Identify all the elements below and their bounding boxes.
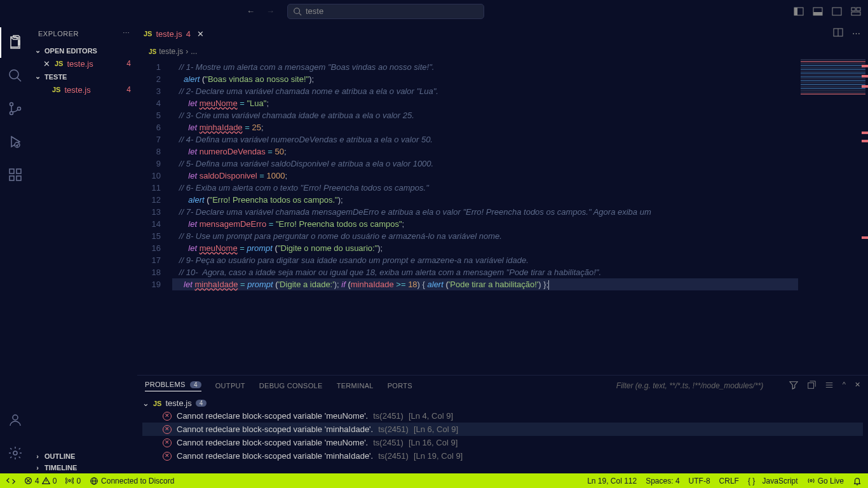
code-line[interactable]: let mensagemDeErro = "Erro! Preencha tod… bbox=[172, 218, 868, 230]
editor-tab[interactable]: JS teste.js 4 ✕ bbox=[137, 22, 210, 44]
activity-account-icon[interactable] bbox=[0, 405, 31, 435]
panel-tab-output[interactable]: OUTPUT bbox=[215, 382, 245, 390]
code-line[interactable]: // 8- Use um prompt para perguntar o nom… bbox=[172, 230, 868, 242]
code-line[interactable]: // 1- Mostre um alerta com a mensagem "B… bbox=[172, 61, 868, 73]
status-remote-icon[interactable] bbox=[6, 477, 15, 485]
split-editor-icon[interactable] bbox=[833, 27, 843, 39]
tab-error-count: 4 bbox=[186, 29, 191, 39]
view-as-list-icon[interactable] bbox=[825, 381, 834, 391]
layout-panel-icon[interactable] bbox=[811, 4, 825, 18]
code-line[interactable]: let meuNome = "Lua"; bbox=[172, 97, 868, 109]
code-line[interactable]: alert ("Boas vindas ao nosso site!"); bbox=[172, 73, 868, 85]
code-line[interactable]: // 2- Declare uma variável chamada nome … bbox=[172, 85, 868, 97]
folder-file-item[interactable]: JS teste.js 4 bbox=[31, 83, 137, 97]
status-ports[interactable]: 0 bbox=[65, 477, 81, 485]
open-editors-section[interactable]: ⌄ OPEN EDITORS bbox=[31, 44, 137, 57]
error-icon: ✕ bbox=[163, 438, 172, 447]
code-line[interactable]: // 10- Agora, caso a idade seja maior ou… bbox=[172, 266, 868, 278]
status-notifications-icon[interactable] bbox=[853, 477, 862, 485]
problem-item[interactable]: ✕ Cannot redeclare block-scoped variable… bbox=[142, 436, 863, 449]
code-line[interactable]: // 5- Defina uma variável saldoDisponive… bbox=[172, 158, 868, 170]
status-eol[interactable]: CRLF bbox=[719, 477, 739, 485]
svg-point-10 bbox=[10, 70, 18, 79]
filter-icon[interactable] bbox=[789, 381, 798, 391]
activity-search-icon[interactable] bbox=[0, 60, 31, 91]
command-search-input[interactable]: teste bbox=[287, 4, 484, 19]
status-encoding[interactable]: UTF-8 bbox=[689, 477, 710, 485]
js-file-icon: JS bbox=[149, 48, 156, 55]
breadcrumb[interactable]: JS teste.js › ... bbox=[137, 44, 868, 58]
status-go-live[interactable]: Go Live bbox=[807, 477, 844, 485]
layout-sidebar-right-icon[interactable] bbox=[830, 4, 844, 18]
breadcrumb-sep: › bbox=[186, 47, 188, 56]
line-gutter: 12345678910111213141516171819 bbox=[137, 58, 172, 375]
status-language[interactable]: { } JavaScript bbox=[748, 477, 798, 485]
activity-explorer-icon[interactable] bbox=[0, 27, 31, 58]
layout-customize-icon[interactable] bbox=[849, 4, 863, 18]
activity-settings-icon[interactable] bbox=[0, 438, 31, 468]
code-line[interactable]: let numeroDeVendas = 50; bbox=[172, 146, 868, 158]
problem-item[interactable]: ✕ Cannot redeclare block-scoped variable… bbox=[142, 423, 863, 436]
folder-section[interactable]: ⌄ TESTE bbox=[31, 71, 137, 83]
status-indentation[interactable]: Spaces: 4 bbox=[646, 477, 679, 485]
svg-rect-3 bbox=[794, 8, 797, 15]
panel-tab-problems[interactable]: PROBLEMS 4 bbox=[145, 381, 201, 391]
js-file-icon: JS bbox=[153, 400, 161, 407]
code-line[interactable]: let minhaIdade = 25; bbox=[172, 121, 868, 133]
timeline-section[interactable]: › TIMELINE bbox=[31, 462, 137, 473]
file-name: teste.js bbox=[67, 59, 93, 69]
status-cursor-position[interactable]: Ln 19, Col 112 bbox=[587, 477, 637, 485]
bottom-panel: PROBLEMS 4 OUTPUT DEBUG CONSOLE TERMINAL… bbox=[137, 375, 868, 473]
close-icon[interactable]: ✕ bbox=[42, 59, 51, 69]
minimap[interactable] bbox=[798, 58, 868, 375]
error-badge: 4 bbox=[126, 59, 131, 68]
code-line[interactable]: // 3- Crie uma variável chamada idade e … bbox=[172, 109, 868, 121]
code-line[interactable]: let minhaIdade = prompt ('Digite a idade… bbox=[172, 278, 868, 290]
code-line[interactable]: let saldoDisponivel = 1000; bbox=[172, 170, 868, 182]
open-editor-item[interactable]: ✕ JS teste.js 4 bbox=[31, 57, 137, 71]
panel-tab-terminal[interactable]: TERMINAL bbox=[337, 382, 374, 390]
outline-section[interactable]: › OUTLINE bbox=[31, 451, 137, 462]
activity-source-control-icon[interactable] bbox=[0, 93, 31, 124]
problem-item[interactable]: ✕ Cannot redeclare block-scoped variable… bbox=[142, 449, 863, 463]
code-line[interactable]: // 4- Defina uma variável numeroDeVendas… bbox=[172, 133, 868, 146]
collapse-all-icon[interactable] bbox=[807, 381, 816, 391]
activity-run-icon[interactable] bbox=[0, 126, 31, 157]
problem-file-name: teste.js bbox=[165, 398, 191, 408]
code-line[interactable]: let meuNome = prompt ("Digite o nome do … bbox=[172, 242, 868, 254]
problem-file-group[interactable]: ⌄ JS teste.js 4 bbox=[142, 397, 863, 409]
svg-point-12 bbox=[10, 103, 13, 106]
panel-tab-debug[interactable]: DEBUG CONSOLE bbox=[259, 382, 323, 390]
panel-tab-ports[interactable]: PORTS bbox=[388, 382, 412, 390]
error-icon: ✕ bbox=[163, 452, 172, 461]
problems-filter-input[interactable]: Filter (e.g. text, **/*.ts, !**/node_mod… bbox=[616, 381, 769, 390]
layout-sidebar-left-icon[interactable] bbox=[792, 4, 806, 18]
code-editor[interactable]: 12345678910111213141516171819 // 1- Most… bbox=[137, 58, 868, 375]
svg-rect-18 bbox=[10, 176, 14, 180]
explorer-more-icon[interactable]: ⋯ bbox=[123, 29, 130, 37]
status-errors[interactable]: 4 0 bbox=[24, 477, 57, 485]
status-discord[interactable]: Connected to Discord bbox=[90, 477, 174, 485]
close-icon[interactable]: ✕ bbox=[197, 29, 204, 39]
code-line[interactable]: // 9- Peça ao usuário para digitar sua i… bbox=[172, 254, 868, 266]
problem-message: Cannot redeclare block-scoped variable '… bbox=[177, 411, 368, 421]
editor-area: JS teste.js 4 ✕ ⋯ JS teste.js › ... 1234… bbox=[137, 22, 868, 473]
code-content[interactable]: // 1- Mostre um alerta com a mensagem "B… bbox=[172, 58, 868, 375]
nav-back-icon[interactable]: ← bbox=[247, 6, 255, 16]
problem-item[interactable]: ✕ Cannot redeclare block-scoped variable… bbox=[142, 409, 863, 423]
problem-message: Cannot redeclare block-scoped variable '… bbox=[177, 438, 368, 447]
problem-location: [Ln 16, Col 9] bbox=[409, 438, 458, 447]
svg-point-21 bbox=[13, 415, 18, 420]
folder-label: TESTE bbox=[44, 73, 67, 81]
code-line[interactable]: alert ("Erro! Preencha todos os campos."… bbox=[172, 194, 868, 206]
nav-forward-icon[interactable]: → bbox=[266, 6, 275, 16]
breadcrumb-file: teste.js bbox=[159, 47, 183, 56]
problem-code: ts(2451) bbox=[373, 438, 403, 447]
more-actions-icon[interactable]: ⋯ bbox=[852, 29, 860, 38]
close-panel-icon[interactable]: ✕ bbox=[855, 381, 860, 391]
svg-rect-17 bbox=[10, 169, 14, 173]
code-line[interactable]: // 6- Exiba um alerta com o texto "Erro!… bbox=[172, 182, 868, 194]
maximize-panel-icon[interactable]: ^ bbox=[843, 381, 846, 391]
code-line[interactable]: // 7- Declare uma variável chamada mensa… bbox=[172, 206, 868, 218]
activity-extensions-icon[interactable] bbox=[0, 159, 31, 190]
